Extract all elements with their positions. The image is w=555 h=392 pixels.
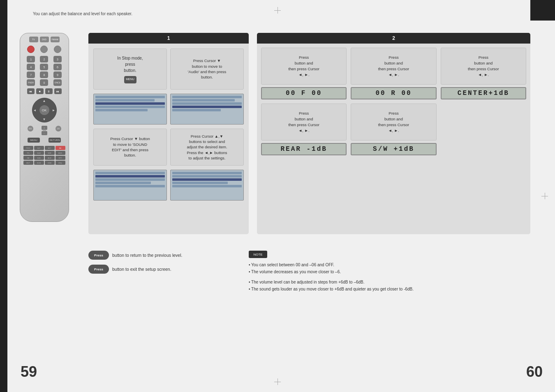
power-button[interactable]: [27, 46, 35, 53]
return-button[interactable]: RETURN: [49, 138, 61, 143]
tv-button[interactable]: TV: [29, 37, 38, 42]
num-9[interactable]: 9: [53, 71, 62, 78]
note-header: NOTE: [249, 251, 267, 258]
screen-line: [95, 182, 151, 184]
step2-panel: 2 Pressbutton andthen press Cursor◄, ►. …: [257, 33, 530, 234]
up-arrow[interactable]: ▲: [43, 99, 46, 103]
set-time-button[interactable]: SET: [45, 146, 55, 150]
num-0[interactable]: 0: [40, 79, 48, 86]
subtitle: You can adjust the balance and level for…: [33, 12, 132, 16]
num-3[interactable]: 3: [53, 56, 62, 62]
rear-instruction-text: Pressbutton andthen press Cursor◄, ►.: [288, 111, 319, 134]
screen-mock-2: [170, 94, 244, 125]
num-7[interactable]: 7: [27, 71, 35, 78]
slow-button[interactable]: SLW: [34, 151, 44, 155]
enter-button[interactable]: OK: [39, 105, 49, 115]
press-return-row: Press button to return to the previous l…: [88, 251, 236, 260]
rear-instruction: Pressbutton andthen press Cursor◄, ►.: [261, 104, 347, 141]
demo-button[interactable]: DEM: [45, 161, 55, 165]
press-exit-row: Press button to exit the setup screen.: [88, 265, 236, 274]
stop-button[interactable]: ■: [36, 88, 44, 94]
note-header-text: NOTE: [253, 253, 262, 256]
empty-col: [441, 104, 526, 155]
screen-line: [95, 99, 155, 101]
screen-line: [172, 182, 228, 184]
subwoofer-btn[interactable]: SUW: [34, 161, 44, 165]
screen-line-active: [172, 106, 242, 108]
dvd-button[interactable]: DVD: [40, 37, 49, 42]
step4-text: Press Cursor ▲,▼buttons to select andadj…: [187, 134, 227, 161]
sub-button[interactable]: SUB: [34, 156, 44, 160]
step3-instruction: Press Cursor ▼ buttonto move to 'SOUNDED…: [93, 129, 167, 166]
open-close-button[interactable]: [40, 46, 48, 53]
audio-button[interactable]: AUD: [45, 156, 55, 160]
mute-button[interactable]: MUT: [23, 161, 33, 165]
center-speaker-section: Pressbutton andthen press Cursor◄, ►. CE…: [441, 48, 526, 99]
page-number-left: 59: [21, 363, 37, 380]
press-return-label: Press: [94, 254, 103, 257]
fast-forward-button[interactable]: ⏭: [54, 88, 62, 94]
rear-r-instruction-text: Pressbutton andthen press Cursor◄, ►.: [378, 55, 409, 78]
screen-line: [172, 185, 242, 187]
right-arrow[interactable]: ►: [52, 108, 56, 112]
num-finder[interactable]: FNDR: [27, 79, 35, 86]
center-display: CENTER+1dB: [441, 87, 526, 99]
bb-match-button[interactable]: BB: [28, 126, 33, 131]
press-exit-button[interactable]: Press: [88, 265, 109, 274]
volume-down[interactable]: -: [42, 131, 47, 135]
left-arrow[interactable]: ◄: [33, 108, 37, 112]
nav-ring[interactable]: OK ▲ ▼ ◄ ►: [32, 98, 57, 122]
screen-line: [172, 172, 242, 174]
top-speaker-row: Pressbutton andthen press Cursor◄, ►. 00…: [261, 48, 526, 99]
press-return-button[interactable]: Press: [88, 251, 109, 260]
top-right-box: [530, 0, 555, 21]
pause-button[interactable]: ⏸: [45, 88, 53, 94]
mode-button[interactable]: MOD: [56, 151, 65, 155]
step1-instruction: In Stop mode,pressbutton. MENU: [93, 48, 167, 90]
thrdbass-button[interactable]: 3B: [56, 126, 61, 131]
num-1[interactable]: 1: [27, 56, 35, 62]
step4-instruction: Press Cursor ▲,▼buttons to select andadj…: [170, 129, 244, 166]
subwoofer-speaker-section: Pressbutton andthen press Cursor◄, ►. S/…: [351, 104, 436, 155]
num-8[interactable]: 8: [40, 71, 48, 78]
rear-speaker-section: Pressbutton andthen press Cursor◄, ►. RE…: [261, 104, 347, 155]
bottom-speaker-row: Pressbutton andthen press Cursor◄, ►. RE…: [261, 104, 526, 155]
rewind-button[interactable]: ⏮: [27, 88, 35, 94]
rear-r-display: 00 R 00: [351, 87, 436, 99]
fm-am-button[interactable]: FM/AM: [51, 37, 60, 42]
num-5[interactable]: 5: [40, 64, 48, 70]
notes-area: NOTE • You can select between 00 and –06…: [249, 251, 536, 293]
once-button[interactable]: ONCE: [53, 79, 62, 86]
title-button[interactable]: TTL: [23, 151, 33, 155]
preset-button[interactable]: PRST: [23, 146, 33, 150]
repeat-button[interactable]: RPT: [56, 156, 65, 160]
zoom-button[interactable]: ZM: [23, 156, 33, 160]
step2-header: 2: [257, 33, 530, 44]
volume-control: + -: [42, 126, 47, 135]
num-2[interactable]: 2: [40, 56, 48, 62]
num-6[interactable]: 6: [53, 64, 62, 70]
screen-line: [172, 102, 242, 105]
num-4[interactable]: 4: [27, 64, 35, 70]
left-border: [0, 0, 7, 392]
press-return-icons: Press: [88, 251, 109, 260]
subwoofer-instruction-text: Pressbutton andthen press Cursor◄, ►.: [378, 111, 409, 134]
sleep-button[interactable]: SLP: [34, 146, 44, 150]
front-display: 00 F 00: [261, 87, 347, 99]
note-spacer: [249, 275, 536, 279]
volume-up[interactable]: +: [42, 126, 47, 130]
bl-sq-button[interactable]: BSQ: [56, 161, 65, 165]
menu-button[interactable]: MENU: [28, 138, 40, 143]
down-arrow[interactable]: ▼: [43, 118, 46, 121]
return-action-text: button to return to the previous level.: [112, 253, 182, 258]
tv-sync-button[interactable]: [54, 46, 61, 53]
sound-edit-button[interactable]: SE: [56, 146, 65, 150]
surround-button[interactable]: SRR: [45, 151, 55, 155]
bottom-inner: Press button to return to the previous l…: [88, 251, 536, 293]
step1-right-col: Press Cursor ▼button to move to'Audio' a…: [170, 48, 244, 229]
crosshair-right: [541, 192, 549, 200]
step1-number: 1: [167, 35, 170, 41]
nav-wheel: OK ▲ ▼ ◄ ►: [32, 98, 57, 122]
screen-line: [172, 99, 235, 101]
note-line-1: • You can select between 00 and –06 and …: [249, 261, 536, 268]
